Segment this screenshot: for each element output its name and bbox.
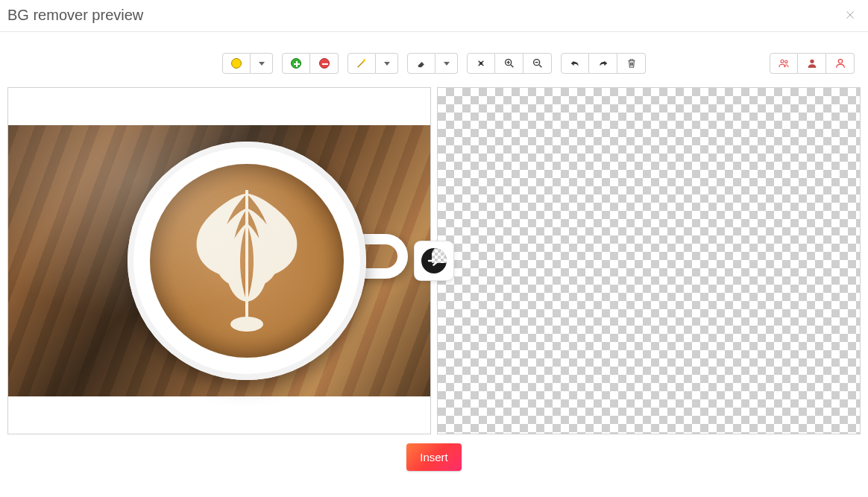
svg-point-7 <box>230 317 263 332</box>
remove-marker-button[interactable] <box>310 53 339 74</box>
zoom-in-button[interactable] <box>495 53 523 74</box>
person-solid-icon <box>806 57 818 69</box>
eraser-button[interactable] <box>407 53 435 74</box>
plus-circle-icon <box>291 58 301 69</box>
cup-plate <box>128 142 366 380</box>
close-icon <box>844 9 856 21</box>
result-pane[interactable] <box>437 87 861 434</box>
coffee-surface <box>150 164 344 358</box>
people-mask-button[interactable] <box>770 53 798 74</box>
person-outline-button[interactable] <box>826 53 855 74</box>
wand-dropdown[interactable] <box>376 53 398 74</box>
insert-button[interactable]: Insert <box>406 443 462 471</box>
mode-group <box>222 53 273 74</box>
caret-down-icon <box>444 62 450 66</box>
person-outline-icon <box>834 57 846 69</box>
latte-art <box>150 164 344 358</box>
process-arrow-badge[interactable] <box>415 241 453 280</box>
move-tool-button[interactable] <box>467 53 495 74</box>
preview-panes <box>0 87 868 434</box>
crosshair-icon <box>475 57 487 69</box>
undo-button[interactable] <box>561 53 589 74</box>
eraser-dropdown[interactable] <box>435 53 458 74</box>
dialog-title: BG remover preview <box>7 7 143 24</box>
delete-button[interactable] <box>617 53 646 74</box>
dialog-header: BG remover preview <box>0 0 868 32</box>
minus-circle-icon <box>319 58 330 69</box>
svg-point-3 <box>781 60 784 63</box>
yellow-dot-icon <box>231 58 242 69</box>
history-group <box>561 53 646 74</box>
view-group <box>467 53 552 74</box>
person-solid-button[interactable] <box>798 53 826 74</box>
cup-handle <box>348 234 408 279</box>
zoom-in-icon <box>503 57 515 69</box>
original-pane[interactable] <box>7 87 431 434</box>
svg-point-0 <box>480 63 482 65</box>
undo-icon <box>569 57 581 69</box>
arrow-circle-icon <box>421 248 447 273</box>
zoom-out-button[interactable] <box>523 53 552 74</box>
caret-down-icon <box>259 62 265 66</box>
trash-icon <box>626 57 638 69</box>
zoom-out-icon <box>532 57 544 69</box>
transparent-checker <box>438 88 860 434</box>
svg-point-4 <box>785 60 787 63</box>
people-icon <box>778 57 790 69</box>
mode-dropdown[interactable] <box>251 53 273 74</box>
caret-down-icon <box>384 62 390 66</box>
subject-group <box>770 53 855 74</box>
svg-point-5 <box>810 60 814 63</box>
svg-point-6 <box>838 60 842 63</box>
original-image <box>8 125 430 396</box>
eraser-group <box>407 53 458 74</box>
mode-button[interactable] <box>222 53 251 74</box>
magic-wand-button[interactable] <box>347 53 376 74</box>
redo-icon <box>597 57 609 69</box>
toolbar <box>0 32 868 87</box>
close-button[interactable] <box>841 6 859 24</box>
marker-group <box>282 53 339 74</box>
wand-group <box>347 53 398 74</box>
add-marker-button[interactable] <box>282 53 310 74</box>
dialog-footer: Insert <box>0 434 868 471</box>
eraser-icon <box>415 57 427 69</box>
magic-wand-icon <box>356 57 368 69</box>
redo-button[interactable] <box>589 53 617 74</box>
